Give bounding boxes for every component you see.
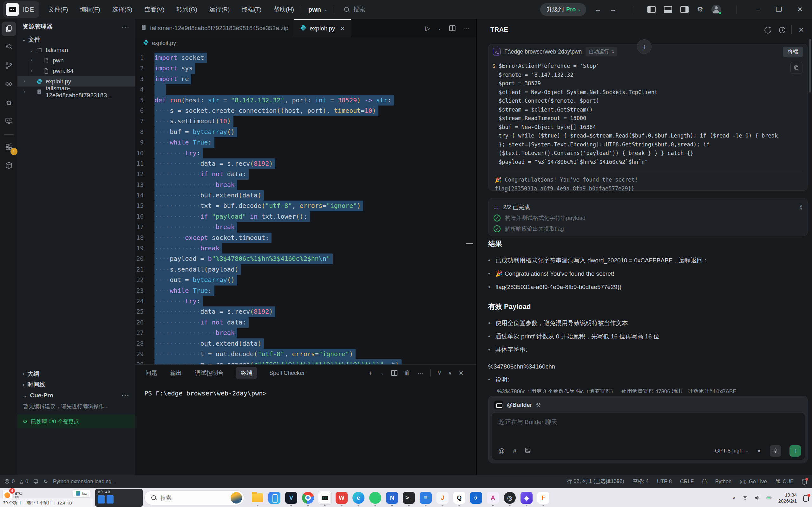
code-line-26[interactable]: 26············if not data: [135, 317, 476, 328]
split-terminal-icon[interactable] [391, 370, 397, 376]
taskbar-app-terminal[interactable]: >_ [402, 491, 416, 505]
code-line-12[interactable]: 12············if not data: [135, 169, 476, 179]
taskbar-app-qq[interactable]: Q [452, 491, 466, 505]
taskbar-app-ida[interactable]: ◆ [519, 491, 534, 505]
volume-icon[interactable] [754, 495, 760, 501]
panel-tab-3[interactable]: 终端 [236, 367, 257, 379]
taskbar-search[interactable]: 搜索 [144, 491, 244, 505]
search-icon[interactable] [2, 40, 16, 55]
code-line-8[interactable]: 8····buf = bytearray() [135, 127, 476, 137]
terminal[interactable]: PS F:\edge browser\web-2day\pwn> [135, 381, 476, 397]
menu-item-1[interactable]: 编辑(E) [80, 5, 100, 14]
panel-tab-0[interactable]: 问题 [144, 367, 158, 379]
menu-item-2[interactable]: 选择(S) [112, 5, 132, 14]
code-line-18[interactable]: 18········except socket.timeout: [135, 233, 476, 243]
minimize-button[interactable]: – [752, 6, 764, 13]
close-panel-icon[interactable]: ✕ [459, 370, 464, 377]
warnings-indicator[interactable]: △ 0 [20, 478, 28, 485]
taskbar-app-file-explorer[interactable] [251, 491, 264, 505]
taskbar-app-axure[interactable]: A [486, 491, 500, 505]
menu-item-7[interactable]: 帮助(H) [274, 5, 294, 14]
copy-code-button[interactable] [791, 62, 803, 74]
user-avatar[interactable] [711, 5, 721, 14]
panel-tab-1[interactable]: 输出 [169, 367, 183, 379]
split-editor-icon[interactable] [449, 25, 455, 31]
panel-tab-4[interactable]: Spell Checker [268, 368, 306, 379]
attach-image-icon[interactable] [525, 447, 531, 455]
taskbar-app-notion[interactable]: N [385, 491, 399, 505]
status-item-CUE[interactable]: ⌘CUE [775, 478, 794, 485]
sidebar-more-icon[interactable]: ··· [121, 23, 130, 31]
tree-item-pwn[interactable]: pwn [17, 55, 135, 66]
close-button[interactable]: ✕ [794, 6, 806, 13]
status-item-行 52, 列 1 (已选择1392)[interactable]: 行 52, 列 1 (已选择1392) [567, 478, 624, 485]
auto-run-selector[interactable]: 自动运行 ⇅ [586, 47, 617, 56]
bing-daily-icon[interactable] [231, 492, 242, 504]
code-line-29[interactable]: 29············t = out.decode("utf-8", er… [135, 349, 476, 359]
explorer-icon[interactable] [2, 21, 16, 36]
model-selector[interactable]: GPT-5-high ⌄ [715, 448, 748, 454]
code-line-9[interactable]: 9····while True: [135, 137, 476, 148]
code-line-13[interactable]: 13················break [135, 180, 476, 190]
upgrade-pro-button[interactable]: 升级到 Pro › [540, 3, 586, 16]
taskbar-app-flight[interactable]: ✈ [469, 491, 483, 505]
toggle-left-panel-icon[interactable] [647, 6, 656, 13]
timeline-section[interactable]: › 时间线 [17, 379, 135, 390]
tab-inactive-0[interactable]: talisman-12e9d8cabc8f7923183e981845ce352… [135, 19, 294, 38]
taskbar-app-word[interactable]: W [335, 491, 349, 505]
debug-icon[interactable] [2, 95, 16, 110]
toggle-bottom-panel-icon[interactable] [664, 6, 672, 13]
taskbar-app-quark[interactable]: V [284, 491, 298, 505]
status-item-空格: 4[interactable]: 空格: 4 [632, 478, 649, 485]
open-terminal-button[interactable]: 终端 [783, 47, 803, 57]
code-line-27[interactable]: 27················break [135, 328, 476, 338]
settings-gear-icon[interactable]: ⚙ [697, 5, 703, 14]
code-line-16[interactable]: 16············if "payload" in txt.lower(… [135, 211, 476, 222]
new-chat-icon[interactable] [764, 26, 772, 36]
chat-input[interactable]: 您正在与 Builder 聊天 @ # GPT-5-high ⌄ ✦ [492, 412, 805, 460]
terminal-dropdown-icon[interactable]: ⌄ [380, 371, 384, 376]
remote-explorer-icon[interactable] [2, 113, 16, 128]
tree-item-talisman[interactable]: ⌄talisman [17, 45, 135, 55]
tree-item-talisman-12e9d8cabc8f7923183...[interactable]: talisman-12e9d8cabc8f7923183... [17, 87, 135, 97]
code-line-14[interactable]: 14············buf.extend(data) [135, 190, 476, 201]
code-line-6[interactable]: 6····s = socket.create_connection((host,… [135, 106, 476, 116]
toggle-right-panel-icon[interactable] [680, 6, 689, 13]
tree-item-pwn.i64[interactable]: pwn.i64 [17, 66, 135, 76]
code-line-3[interactable]: 3import re [135, 74, 476, 84]
taskbar-app-obs[interactable]: ◎ [503, 491, 517, 505]
scroll-up-button[interactable]: ↑ [637, 39, 652, 54]
status-item-bell[interactable] [802, 479, 807, 484]
menu-item-5[interactable]: 运行(R) [209, 5, 230, 14]
source-control-icon[interactable] [2, 58, 16, 73]
panel-layout-icon[interactable]: ⑂ [438, 370, 441, 377]
code-line-11[interactable]: 11············data = s.recv(8192) [135, 158, 476, 169]
battery-icon[interactable] [766, 495, 772, 501]
extensions-icon[interactable]: ! [2, 140, 16, 154]
taskbar-app-trae[interactable] [318, 491, 332, 505]
panel-tab-2[interactable]: 调试控制台 [194, 367, 225, 379]
taskbar-app-foxit[interactable]: F [537, 491, 550, 505]
code-line-15[interactable]: 15············txt = buf.decode("utf-8", … [135, 201, 476, 211]
new-terminal-icon[interactable]: ＋ [367, 369, 373, 377]
tab-active-1[interactable]: exploit.py✕ [294, 19, 351, 38]
editor-more-icon[interactable]: ··· [463, 25, 469, 32]
send-button[interactable]: ↑ [790, 445, 801, 457]
run-dropdown-icon[interactable]: ⌄ [438, 26, 442, 31]
enhance-prompt-icon[interactable]: ✦ [757, 447, 762, 455]
menu-item-4[interactable]: 转到(G) [177, 5, 197, 14]
taskbar-app-chrome[interactable] [301, 491, 315, 505]
status-item-UTF-8[interactable]: UTF-8 [657, 478, 672, 485]
code-line-28[interactable]: 28············out.extend(data) [135, 338, 476, 349]
status-item-Python[interactable]: Python [715, 478, 731, 485]
global-search[interactable]: 搜索 [344, 5, 365, 14]
code-line-21[interactable]: 21····s.sendall(payload) [135, 264, 476, 275]
kill-terminal-icon[interactable]: 🗑 [404, 370, 410, 377]
code-line-22[interactable]: 22····out = bytearray() [135, 275, 476, 285]
restore-button[interactable]: ❐ [773, 6, 785, 13]
app-logo-button[interactable]: IDE [3, 1, 39, 18]
mention-icon[interactable]: @ [498, 447, 505, 455]
tray-expand-icon[interactable]: ∧ [732, 495, 735, 500]
taskbar-app-phone-link[interactable] [267, 491, 281, 505]
collapse-icon[interactable]: ∧∨ [800, 205, 803, 210]
